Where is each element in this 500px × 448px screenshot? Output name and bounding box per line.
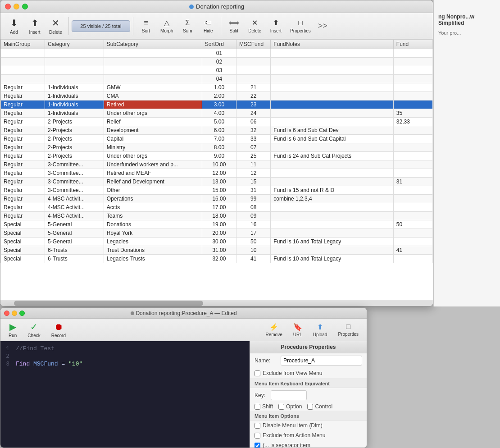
table-cell-fund[interactable]: [393, 143, 432, 152]
table-cell-category[interactable]: 2-Projects: [45, 118, 104, 126]
table-cell-subcategory[interactable]: Retired: [104, 101, 202, 109]
table-cell-maingroup[interactable]: Regular: [1, 178, 45, 186]
table-cell-sortord[interactable]: 31.00: [202, 246, 236, 255]
table-row[interactable]: Regular2-ProjectsUnder other orgs9.0025F…: [1, 152, 433, 160]
table-cell-fundnotes[interactable]: [271, 109, 393, 118]
table-cell-sortord[interactable]: 7.00: [202, 135, 236, 143]
table-cell-mscfund[interactable]: [236, 58, 271, 66]
col-header-maingroup[interactable]: MainGroup: [1, 40, 45, 49]
col-header-fund[interactable]: Fund: [393, 40, 432, 49]
table-cell-subcategory[interactable]: GMW: [104, 83, 202, 92]
table-cell-sortord[interactable]: 03: [202, 66, 236, 75]
col-header-sortord[interactable]: SortOrd: [202, 40, 236, 49]
table-cell-fund[interactable]: 35: [393, 109, 432, 118]
table-cell-sortord[interactable]: 32.00: [202, 255, 236, 263]
table-row[interactable]: Regular2-ProjectsRelief5.000632,33: [1, 118, 433, 126]
control-checkbox[interactable]: [307, 404, 313, 410]
morph-button[interactable]: △ Morph: [157, 15, 177, 37]
col-header-subcategory[interactable]: SubCategory: [104, 40, 202, 49]
table-row[interactable]: Regular3-Committee...Other15.0031Fund is…: [1, 186, 433, 195]
table-cell-mscfund[interactable]: 99: [236, 195, 271, 203]
table-row[interactable]: Regular1-IndividualsRetired3.0023: [1, 101, 433, 109]
table-cell-fundnotes[interactable]: combine 1,2,3,4: [271, 195, 393, 203]
table-cell-sortord[interactable]: 6.00: [202, 126, 236, 135]
table-cell-sortord[interactable]: 13.00: [202, 178, 236, 186]
table-cell-fundnotes[interactable]: [271, 66, 393, 75]
table-cell-subcategory[interactable]: [104, 49, 202, 58]
table-cell-fund[interactable]: [393, 203, 432, 212]
table-cell-fundnotes[interactable]: [271, 160, 393, 169]
table-cell-fund[interactable]: [393, 160, 432, 169]
table-cell-mscfund[interactable]: 50: [236, 238, 271, 246]
table-cell-subcategory[interactable]: Legacies: [104, 238, 202, 246]
table-cell-fund[interactable]: [393, 92, 432, 101]
table-cell-mscfund[interactable]: 17: [236, 229, 271, 238]
url-button[interactable]: 🔖 URL: [290, 321, 306, 339]
table-cell-maingroup[interactable]: [1, 58, 45, 66]
table-cell-subcategory[interactable]: Donations: [104, 220, 202, 229]
disable-checkbox[interactable]: [255, 423, 260, 429]
table-row[interactable]: Special5-GeneralRoyal York20.0017: [1, 229, 433, 238]
col-header-fundnotes[interactable]: FundNotes: [271, 40, 393, 49]
table-cell-sortord[interactable]: 18.00: [202, 212, 236, 220]
table-cell-mscfund[interactable]: 41: [236, 255, 271, 263]
table-row[interactable]: Regular2-ProjectsCapital7.0033Fund is 6 …: [1, 135, 433, 143]
table-cell-sortord[interactable]: 5.00: [202, 118, 236, 126]
add-button[interactable]: ⬇ Add: [4, 15, 24, 37]
record-count-button[interactable]: 25 visible / 25 total: [72, 20, 130, 32]
table-cell-subcategory[interactable]: Development: [104, 126, 202, 135]
table-row[interactable]: Regular2-ProjectsDevelopment6.0032Fund i…: [1, 126, 433, 135]
table-cell-fundnotes[interactable]: [271, 178, 393, 186]
table-cell-mscfund[interactable]: 08: [236, 203, 271, 212]
option-label[interactable]: Option: [278, 403, 302, 410]
table-cell-fund[interactable]: [393, 101, 432, 109]
table-cell-sortord[interactable]: 02: [202, 58, 236, 66]
table-cell-fund[interactable]: 50: [393, 220, 432, 229]
table-cell-fund[interactable]: 31: [393, 178, 432, 186]
table-cell-category[interactable]: 4-MSC Activit...: [45, 203, 104, 212]
table-cell-subcategory[interactable]: Teams: [104, 212, 202, 220]
table-cell-subcategory[interactable]: Retired and MEAF: [104, 169, 202, 178]
table-cell-maingroup[interactable]: Regular: [1, 101, 45, 109]
table-cell-category[interactable]: 2-Projects: [45, 152, 104, 160]
table-cell-subcategory[interactable]: Royal York: [104, 229, 202, 238]
table-cell-fund[interactable]: [393, 238, 432, 246]
exclude-view-checkbox[interactable]: [255, 370, 260, 376]
shift-checkbox[interactable]: [255, 404, 260, 410]
table-cell-fund[interactable]: [393, 229, 432, 238]
table-cell-category[interactable]: [45, 75, 104, 83]
bottom-close-button[interactable]: [4, 311, 9, 316]
remove-button[interactable]: ⚡ Remove: [262, 321, 286, 339]
table-cell-subcategory[interactable]: Ministry: [104, 143, 202, 152]
table-cell-fundnotes[interactable]: [271, 58, 393, 66]
table-cell-category[interactable]: 2-Projects: [45, 143, 104, 152]
table-cell-mscfund[interactable]: 32: [236, 126, 271, 135]
record-button[interactable]: ⏺ Record: [48, 320, 69, 340]
table-row[interactable]: Regular1-IndividualsCMA2.0022: [1, 92, 433, 101]
table-cell-fundnotes[interactable]: [271, 229, 393, 238]
table-cell-category[interactable]: 1-Individuals: [45, 109, 104, 118]
table-cell-subcategory[interactable]: Underfunded workers and p...: [104, 160, 202, 169]
table-cell-subcategory[interactable]: Legacies-Trusts: [104, 255, 202, 263]
table-cell-fund[interactable]: [393, 75, 432, 83]
minimize-button[interactable]: [14, 4, 19, 9]
table-cell-category[interactable]: 2-Projects: [45, 126, 104, 135]
exclude-action-checkbox[interactable]: [255, 433, 260, 439]
table-cell-mscfund[interactable]: [236, 66, 271, 75]
name-input[interactable]: [281, 356, 362, 366]
maximize-button[interactable]: [22, 4, 28, 9]
table-cell-subcategory[interactable]: CMA: [104, 92, 202, 101]
table-row[interactable]: Regular2-ProjectsMinistry8.0007: [1, 143, 433, 152]
code-editor[interactable]: 1 //Find Test 2 3 Find MSCFund = "10": [0, 341, 250, 448]
table-cell-fund[interactable]: [393, 255, 432, 263]
table-cell-fundnotes[interactable]: [271, 203, 393, 212]
table-cell-maingroup[interactable]: Regular: [1, 195, 45, 203]
table-cell-fund[interactable]: [393, 212, 432, 220]
table-cell-subcategory[interactable]: Operations: [104, 195, 202, 203]
table-cell-sortord[interactable]: 16.00: [202, 195, 236, 203]
table-cell-fund[interactable]: 32,33: [393, 118, 432, 126]
table-row[interactable]: Special6-TrustsTrust Donations31.001041: [1, 246, 433, 255]
table-cell-fundnotes[interactable]: [271, 169, 393, 178]
table-cell-fundnotes[interactable]: Fund is 24 and Sub Cat Projects: [271, 152, 393, 160]
table-cell-maingroup[interactable]: Regular: [1, 109, 45, 118]
